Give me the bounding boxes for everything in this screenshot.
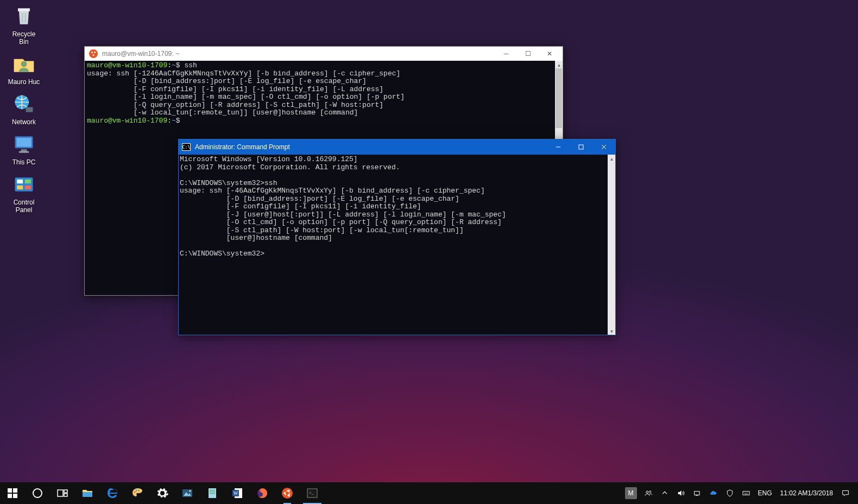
cmd-terminal-output[interactable]: Microsoft Windows [Version 10.0.16299.12… [179, 155, 608, 335]
svg-rect-19 [64, 490, 67, 493]
desktop-icon-label: This PC [2, 158, 46, 166]
desktop-icon-user-folder[interactable]: Mauro Huc [2, 51, 46, 86]
svg-rect-6 [19, 151, 29, 153]
svg-rect-46 [696, 495, 698, 495]
svg-rect-20 [64, 494, 67, 496]
people-icon[interactable] [640, 482, 657, 504]
recycle-bin-icon [11, 3, 37, 29]
svg-point-43 [646, 491, 648, 493]
svg-point-27 [190, 490, 191, 492]
photos-button[interactable] [175, 482, 200, 504]
tray-expand-icon[interactable] [657, 482, 673, 504]
minimize-button[interactable]: ─ [495, 48, 517, 60]
minimize-button[interactable] [547, 139, 570, 155]
svg-rect-30 [210, 492, 215, 492]
svg-rect-9 [25, 180, 31, 183]
onedrive-icon[interactable] [705, 482, 722, 504]
scroll-up-arrow-icon[interactable]: ▴ [555, 61, 563, 68]
close-button[interactable]: ✕ [539, 48, 560, 60]
language-indicator[interactable]: ENG [754, 482, 776, 504]
desktop-icons: Recycle Bin Mauro Huc Network This PC Co… [2, 3, 46, 219]
cmd-window-title: Administrator: Command Prompt [195, 143, 547, 151]
volume-icon[interactable] [673, 482, 689, 504]
svg-rect-8 [17, 180, 23, 183]
svg-point-23 [138, 490, 140, 492]
command-prompt-button[interactable]: >_ [300, 482, 325, 504]
svg-point-24 [140, 492, 141, 493]
maximize-button[interactable]: ☐ [517, 48, 539, 60]
clock[interactable]: 11:02 AM 1/3/2018 [776, 482, 837, 504]
clock-date: 1/3/2018 [807, 490, 833, 497]
maximize-button[interactable] [570, 139, 592, 155]
svg-point-22 [136, 490, 137, 492]
svg-rect-47 [743, 492, 749, 495]
scroll-up-arrow-icon[interactable]: ▴ [608, 155, 615, 162]
svg-rect-4 [16, 138, 31, 147]
settings-button[interactable] [150, 482, 175, 504]
start-button[interactable] [0, 482, 25, 504]
desktop-icon-network[interactable]: Network [2, 91, 46, 126]
svg-point-21 [134, 492, 136, 493]
cmd-scrollbar[interactable]: ▴ ▾ [608, 155, 615, 335]
ubuntu-titlebar[interactable]: mauro@vm-win10-1709: ~ ─ ☐ ✕ [85, 47, 563, 61]
svg-text:W: W [234, 490, 238, 496]
task-view-button[interactable] [50, 482, 75, 504]
cmd-icon: C:\ [182, 143, 191, 151]
desktop-icon-this-pc[interactable]: This PC [2, 131, 46, 166]
svg-point-44 [649, 491, 651, 493]
paint-button[interactable] [125, 482, 150, 504]
svg-rect-18 [58, 490, 63, 496]
svg-point-17 [33, 489, 42, 497]
close-button[interactable] [592, 139, 615, 155]
svg-rect-31 [210, 493, 215, 494]
svg-point-0 [21, 61, 27, 67]
svg-rect-10 [17, 186, 23, 189]
svg-point-36 [282, 488, 293, 499]
control-panel-icon [11, 171, 37, 197]
ubuntu-logo-icon [89, 49, 98, 58]
clock-time: 11:02 AM [780, 490, 808, 497]
keyboard-icon[interactable] [738, 482, 754, 504]
desktop[interactable]: Recycle Bin Mauro Huc Network This PC Co… [0, 0, 858, 504]
language-text: ENG [758, 489, 772, 497]
file-explorer-button[interactable] [75, 482, 100, 504]
edge-browser-button[interactable] [100, 482, 125, 504]
desktop-icon-label: Network [2, 118, 46, 126]
word-button[interactable]: W [225, 482, 250, 504]
desktop-icon-label: Recycle Bin [2, 30, 46, 46]
svg-rect-13 [8, 488, 12, 493]
svg-rect-2 [26, 107, 33, 112]
firefox-button[interactable] [250, 482, 275, 504]
desktop-icon-label: Mauro Huc [2, 78, 46, 86]
taskbar[interactable]: W >_ M [0, 482, 858, 504]
desktop-icon-recycle-bin[interactable]: Recycle Bin [2, 3, 46, 46]
network-tray-icon[interactable] [689, 482, 705, 504]
svg-rect-5 [21, 149, 27, 151]
svg-text:>_: >_ [309, 490, 314, 495]
cortana-button[interactable] [25, 482, 50, 504]
user-badge-letter: M [628, 489, 634, 497]
svg-rect-14 [13, 488, 17, 493]
system-tray: M ENG [625, 482, 858, 504]
scroll-down-arrow-icon[interactable]: ▾ [608, 327, 615, 335]
show-desktop-button[interactable] [854, 482, 858, 504]
network-icon [11, 91, 37, 117]
defender-icon[interactable] [722, 482, 738, 504]
ubuntu-terminal-button[interactable] [275, 482, 300, 504]
svg-rect-29 [210, 490, 215, 490]
ubuntu-window-title: mauro@vm-win10-1709: ~ [102, 50, 495, 58]
cmd-titlebar[interactable]: C:\ Administrator: Command Prompt [179, 139, 615, 155]
svg-rect-45 [694, 492, 699, 495]
scroll-thumb[interactable] [556, 68, 562, 128]
svg-rect-15 [8, 494, 12, 498]
desktop-icon-control-panel[interactable]: Control Panel [2, 171, 46, 214]
action-center-icon[interactable] [837, 482, 854, 504]
desktop-icon-label: Control Panel [2, 199, 46, 214]
this-pc-icon [11, 131, 37, 157]
cmd-window[interactable]: C:\ Administrator: Command Prompt Micros… [178, 139, 616, 335]
user-folder-icon [11, 51, 37, 77]
svg-rect-12 [579, 145, 583, 149]
svg-rect-16 [13, 494, 17, 498]
notepad-button[interactable] [200, 482, 225, 504]
user-badge[interactable]: M [625, 487, 637, 499]
